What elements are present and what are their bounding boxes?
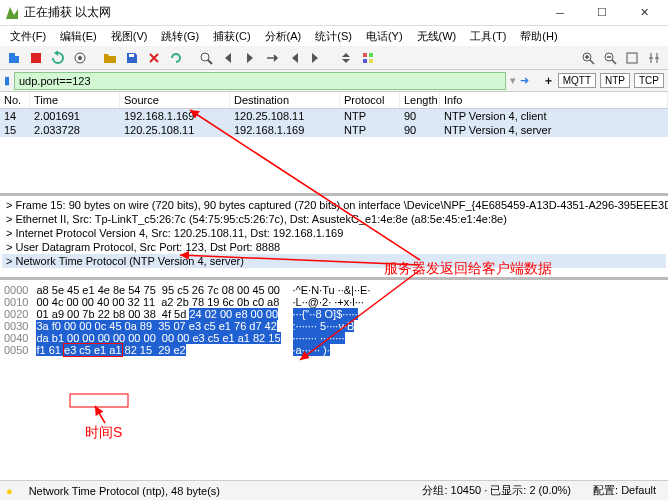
menu-analyze[interactable]: 分析(A) [259, 27, 308, 46]
display-filter-input[interactable] [14, 72, 506, 90]
packet-bytes[interactable]: 0000 0010 0020 0030 0040 0050 a8 5e 45 e… [0, 280, 668, 370]
close-file-icon[interactable] [144, 48, 164, 68]
zoom-in-icon[interactable] [578, 48, 598, 68]
packet-list[interactable]: No. Time Source Destination Protocol Len… [0, 92, 668, 196]
hex-bytes: a8 5e 45 e1 4e 8e 54 75 95 c5 26 7c 08 0… [36, 284, 280, 366]
filter-apply-icon[interactable]: ➜ [520, 74, 529, 87]
close-button[interactable]: ✕ [624, 2, 664, 24]
zoom-reset-icon[interactable] [622, 48, 642, 68]
filter-bar: ▮ ▾ ➜ ＋ MQTT NTP TCP [0, 70, 668, 92]
save-icon[interactable] [122, 48, 142, 68]
start-capture-icon[interactable] [4, 48, 24, 68]
minimize-button[interactable]: ─ [540, 2, 580, 24]
menu-telephony[interactable]: 电话(Y) [360, 27, 409, 46]
open-icon[interactable] [100, 48, 120, 68]
menubar: 文件(F) 编辑(E) 视图(V) 跳转(G) 捕获(C) 分析(A) 统计(S… [0, 26, 668, 46]
app-icon [4, 5, 20, 21]
menu-capture[interactable]: 捕获(C) [207, 27, 256, 46]
detail-udp[interactable]: > User Datagram Protocol, Src Port: 123,… [2, 240, 666, 254]
menu-help[interactable]: 帮助(H) [514, 27, 563, 46]
status-profile[interactable]: 配置: Default [587, 483, 662, 498]
prev-icon[interactable] [218, 48, 238, 68]
svg-rect-11 [627, 53, 637, 63]
last-icon[interactable] [306, 48, 326, 68]
col-destination[interactable]: Destination [230, 92, 340, 108]
col-length[interactable]: Length [400, 92, 440, 108]
menu-view[interactable]: 视图(V) [105, 27, 154, 46]
svg-point-4 [201, 53, 209, 61]
detail-ntp[interactable]: > Network Time Protocol (NTP Version 4, … [2, 254, 666, 268]
options-icon[interactable] [70, 48, 90, 68]
menu-go[interactable]: 跳转(G) [155, 27, 205, 46]
detail-ethernet[interactable]: > Ethernet II, Src: Tp-LinkT_c5:26:7c (5… [2, 212, 666, 226]
filter-chip-tcp[interactable]: TCP [634, 73, 664, 88]
menu-file[interactable]: 文件(F) [4, 27, 52, 46]
hex-ascii: ·^E·N·Tu ··&|··E··L··@·2· ·+x·l······{"·… [293, 284, 371, 366]
svg-rect-16 [70, 394, 128, 407]
menu-edit[interactable]: 编辑(E) [54, 27, 103, 46]
hex-offsets: 0000 0010 0020 0030 0040 0050 [4, 284, 28, 366]
maximize-button[interactable]: ☐ [582, 2, 622, 24]
status-description: Network Time Protocol (ntp), 48 byte(s) [23, 485, 226, 497]
col-info[interactable]: Info [440, 92, 668, 108]
packet-row[interactable]: 14 2.001691 192.168.1.169 120.25.108.11 … [0, 109, 668, 123]
stop-capture-icon[interactable] [26, 48, 46, 68]
menu-wireless[interactable]: 无线(W) [411, 27, 463, 46]
status-indicator-icon: ● [6, 485, 13, 497]
svg-rect-8 [369, 59, 373, 63]
goto-icon[interactable] [262, 48, 282, 68]
annotation-time-s: 时间S [85, 424, 122, 442]
colorize-icon[interactable] [358, 48, 378, 68]
menu-tools[interactable]: 工具(T) [464, 27, 512, 46]
restart-capture-icon[interactable] [48, 48, 68, 68]
svg-rect-3 [129, 54, 134, 57]
col-source[interactable]: Source [120, 92, 230, 108]
detail-ip[interactable]: > Internet Protocol Version 4, Src: 120.… [2, 226, 666, 240]
col-time[interactable]: Time [30, 92, 120, 108]
filter-chip-ntp[interactable]: NTP [600, 73, 630, 88]
filter-add-icon[interactable]: ＋ [543, 73, 554, 88]
detail-frame[interactable]: > Frame 15: 90 bytes on wire (720 bits),… [2, 198, 666, 212]
resize-columns-icon[interactable] [644, 48, 664, 68]
statusbar: ● Network Time Protocol (ntp), 48 byte(s… [0, 480, 668, 500]
filter-clear-icon[interactable]: ▾ [510, 74, 516, 87]
col-protocol[interactable]: Protocol [340, 92, 400, 108]
packet-details[interactable]: > Frame 15: 90 bytes on wire (720 bits),… [0, 196, 668, 280]
titlebar: 正在捕获 以太网 ─ ☐ ✕ [0, 0, 668, 26]
svg-line-15 [95, 406, 105, 423]
svg-point-2 [78, 56, 82, 60]
filter-chip-mqtt[interactable]: MQTT [558, 73, 596, 88]
zoom-out-icon[interactable] [600, 48, 620, 68]
svg-rect-7 [363, 59, 367, 63]
window-title: 正在捕获 以太网 [24, 4, 540, 21]
autoscroll-icon[interactable] [336, 48, 356, 68]
status-packets: 分组: 10450 · 已显示: 2 (0.0%) [416, 483, 577, 498]
col-no[interactable]: No. [0, 92, 30, 108]
filter-bookmark-icon[interactable]: ▮ [4, 74, 10, 87]
svg-rect-0 [31, 53, 41, 63]
packet-row[interactable]: 15 2.033728 120.25.108.11 192.168.1.169 … [0, 123, 668, 137]
svg-rect-5 [363, 53, 367, 57]
toolbar [0, 46, 668, 70]
reload-icon[interactable] [166, 48, 186, 68]
next-icon[interactable] [240, 48, 260, 68]
first-icon[interactable] [284, 48, 304, 68]
packet-list-header: No. Time Source Destination Protocol Len… [0, 92, 668, 109]
find-icon[interactable] [196, 48, 216, 68]
menu-statistics[interactable]: 统计(S) [309, 27, 358, 46]
svg-rect-6 [369, 53, 373, 57]
